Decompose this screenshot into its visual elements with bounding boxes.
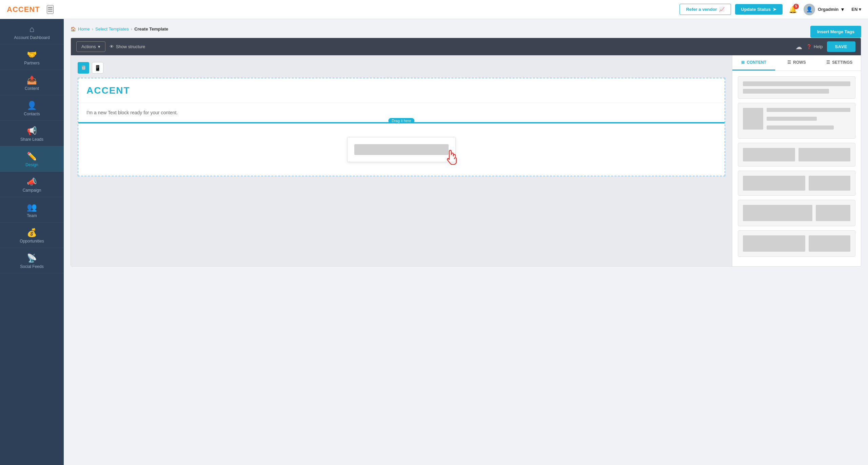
col-wide-1: [743, 176, 805, 191]
template-text-content: I'm a new Text block ready for your cont…: [86, 110, 178, 115]
notification-badge: 5: [793, 4, 799, 9]
sidebar-label-contacts: Contacts: [24, 112, 40, 116]
save-button[interactable]: SAVE: [827, 41, 855, 52]
editor-container: Actions ▾ 👁 Show structure ☁ ❓ Help SAVE: [71, 38, 861, 267]
line-2: [767, 117, 817, 121]
actions-label: Actions: [81, 44, 96, 49]
sidebar-item-content[interactable]: 📤 Content: [0, 70, 64, 95]
tab-content[interactable]: ⊞ CONTENT: [732, 55, 775, 71]
hand-pointer-icon: [445, 149, 459, 168]
content-block-3[interactable]: [738, 143, 855, 167]
sidebar: ⌂ Account Dashboard 🤝 Partners 📤 Content…: [0, 19, 64, 465]
contacts-icon: 👤: [27, 101, 37, 110]
app-logo: ACCENT: [7, 5, 40, 14]
sidebar-label-opportunities: Opportunities: [20, 239, 44, 244]
sidebar-label-content: Content: [25, 86, 39, 91]
help-label: Help: [814, 44, 823, 49]
notifications-button[interactable]: 🔔 5: [787, 3, 800, 16]
drop-target-area[interactable]: [78, 123, 725, 176]
sidebar-item-campaign[interactable]: 📣 Campaign: [0, 172, 64, 197]
col-small-1: [743, 108, 763, 130]
panel-content: [732, 71, 861, 266]
chevron-actions-icon: ▾: [98, 44, 100, 49]
nav-right-area: Refer a vendor 📈 Update Status ➤ 🔔 5 👤 O…: [679, 3, 861, 16]
arrow-icon: ➤: [773, 7, 776, 12]
content-block-2[interactable]: [738, 103, 855, 139]
two-col-layout-2: [743, 148, 850, 161]
refer-vendor-label: Refer a vendor: [686, 7, 717, 12]
sidebar-label-social-feeds: Social Feeds: [20, 264, 43, 269]
trend-icon: 📈: [719, 7, 725, 12]
sidebar-item-partners[interactable]: 🤝 Partners: [0, 44, 64, 70]
chevron-down-icon: ▾: [841, 6, 844, 13]
insert-merge-tags-button[interactable]: Insert Merge Tags: [810, 26, 861, 38]
line-1: [767, 108, 850, 112]
breadcrumb: 🏠 Home › Select Templates › Create Templ…: [71, 26, 168, 32]
content-icon: 📤: [27, 75, 37, 85]
content-block-5[interactable]: [738, 200, 855, 226]
design-icon: ✏️: [27, 152, 37, 161]
two-col-layout-3: [743, 176, 850, 191]
canvas-area: 🖥 📱 ACCENT I'm a new Text block ready fo…: [71, 55, 732, 266]
show-structure-button[interactable]: 👁 Show structure: [110, 44, 145, 49]
editor-toolbar: Actions ▾ 👁 Show structure ☁ ❓ Help SAVE: [71, 38, 861, 55]
sidebar-item-share-leads[interactable]: 📢 Share Leads: [0, 121, 64, 146]
line-3: [767, 125, 834, 130]
sidebar-item-opportunities[interactable]: 💰 Opportunities: [0, 222, 64, 248]
breadcrumb-current: Create Template: [134, 26, 168, 32]
update-status-label: Update Status: [741, 7, 771, 12]
upload-icon: ☁: [795, 43, 802, 51]
team-icon: 👥: [27, 202, 37, 212]
language-selector[interactable]: EN ▾: [851, 7, 861, 12]
hamburger-menu-button[interactable]: ☰: [47, 5, 54, 14]
breadcrumb-home-link[interactable]: Home: [78, 26, 90, 32]
settings-icon: ☰: [826, 60, 830, 65]
home-icon-breadcrumb: 🏠: [71, 26, 76, 32]
refer-vendor-button[interactable]: Refer a vendor 📈: [679, 4, 731, 15]
content-block-6[interactable]: [738, 230, 855, 257]
user-name-label: Orgadmin: [818, 7, 839, 12]
email-template-canvas[interactable]: ACCENT I'm a new Text block ready for yo…: [78, 78, 725, 176]
sidebar-item-account-dashboard[interactable]: ⌂ Account Dashboard: [0, 19, 64, 44]
upload-button[interactable]: ☁: [795, 43, 802, 51]
user-menu[interactable]: 👤 Orgadmin ▾: [804, 4, 844, 15]
sidebar-label-team: Team: [27, 213, 37, 218]
breadcrumb-bar: 🏠 Home › Select Templates › Create Templ…: [71, 26, 861, 38]
show-structure-label: Show structure: [116, 44, 145, 49]
sidebar-item-contacts[interactable]: 👤 Contacts: [0, 95, 64, 121]
col-eq-1: [743, 148, 795, 161]
tab-rows[interactable]: ☰ ROWS: [775, 55, 818, 71]
sidebar-label-share-leads: Share Leads: [20, 137, 43, 142]
home-icon: ⌂: [29, 24, 35, 34]
tab-rows-label: ROWS: [793, 60, 806, 65]
sidebar-item-design[interactable]: ✏️ Design: [0, 146, 64, 172]
sidebar-item-social-feeds[interactable]: 📡 Social Feeds: [0, 248, 64, 273]
breadcrumb-select-templates-link[interactable]: Select Templates: [95, 26, 129, 32]
content-block-4[interactable]: [738, 171, 855, 196]
tab-settings[interactable]: ☰ SETTINGS: [818, 55, 861, 71]
template-logo-section: ACCENT: [78, 78, 725, 103]
help-button[interactable]: ❓ Help: [806, 44, 823, 49]
col-t2-2: [809, 235, 850, 252]
sidebar-item-team[interactable]: 👥 Team: [0, 197, 64, 222]
editor-body: 🖥 📱 ACCENT I'm a new Text block ready fo…: [71, 55, 861, 266]
social-feeds-icon: 📡: [27, 253, 37, 263]
breadcrumb-sep-2: ›: [131, 26, 132, 32]
mobile-view-button[interactable]: 📱: [92, 62, 103, 74]
content-row-1: [743, 81, 850, 86]
opportunities-icon: 💰: [27, 228, 37, 237]
content-block-1[interactable]: [738, 76, 855, 99]
tab-content-label: CONTENT: [747, 60, 766, 65]
update-status-button[interactable]: Update Status ➤: [735, 4, 783, 15]
chevron-lang-icon: ▾: [859, 7, 861, 12]
actions-button[interactable]: Actions ▾: [76, 41, 105, 52]
device-switcher: 🖥 📱: [78, 62, 725, 74]
avatar: 👤: [804, 4, 815, 15]
campaign-icon: 📣: [27, 177, 37, 187]
col-third-1: [816, 205, 850, 221]
right-panel: ⊞ CONTENT ☰ ROWS ☰ SETTINGS: [732, 55, 861, 266]
three-col-layout-1: [743, 205, 850, 221]
col-third-wide: [743, 205, 812, 221]
desktop-view-button[interactable]: 🖥: [78, 62, 89, 74]
top-navigation: ACCENT ☰ Refer a vendor 📈 Update Status …: [0, 0, 868, 19]
